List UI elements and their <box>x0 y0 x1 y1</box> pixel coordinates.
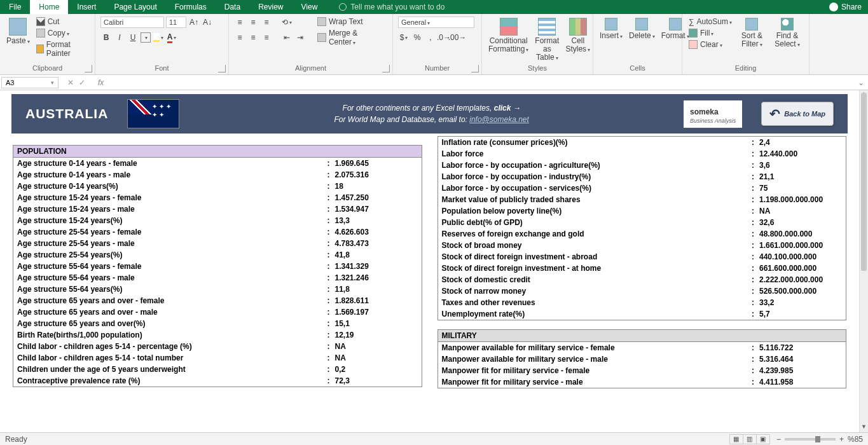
row-label: Age structure 15-24 years - male <box>17 205 327 214</box>
row-label: Labor force <box>442 149 752 158</box>
name-box[interactable]: A3 <box>1 77 59 88</box>
align-center-button[interactable]: ≡ <box>247 32 259 43</box>
dialog-launcher-icon[interactable] <box>382 65 390 72</box>
dialog-launcher-icon[interactable] <box>471 65 479 72</box>
data-row: Manpower available for military service … <box>438 342 846 353</box>
orientation-button[interactable]: ⟲ <box>281 17 293 28</box>
row-value: 15,1 <box>335 319 418 328</box>
cellstyles-icon <box>569 18 587 36</box>
clear-button[interactable]: Clear <box>687 39 733 50</box>
expand-formula-icon[interactable]: ⌄ <box>854 78 868 87</box>
row-value: 75 <box>759 184 842 193</box>
group-label: Number <box>398 64 476 73</box>
row-label: Age structure 55-64 years - female <box>17 262 327 271</box>
vertical-scrollbar[interactable]: ▲ ▼ <box>859 90 868 432</box>
conditional-formatting-button[interactable]: Conditional Formatting <box>487 17 530 55</box>
row-label: Manpower fit for military service - fema… <box>442 366 752 375</box>
row-label: Labor force - by occupation - services(%… <box>442 184 752 193</box>
data-row: Contraceptive prevalence rate (%):72,3 <box>13 375 422 387</box>
comma-button[interactable]: , <box>425 32 436 43</box>
italic-button[interactable]: I <box>114 32 125 43</box>
border-button[interactable] <box>141 32 151 43</box>
tell-me[interactable]: Tell me what you want to do <box>339 3 444 11</box>
scroll-down-icon[interactable]: ▼ <box>860 423 868 432</box>
fill-color-button[interactable] <box>153 32 164 43</box>
formula-input[interactable] <box>109 81 854 84</box>
tab-review[interactable]: Review <box>249 0 292 14</box>
cut-button[interactable]: Cut <box>35 17 90 27</box>
paste-button[interactable]: Paste <box>5 17 31 46</box>
underline-button[interactable]: U <box>127 32 139 43</box>
font-color-button[interactable]: A <box>166 32 177 43</box>
align-right-button[interactable]: ≡ <box>261 32 272 43</box>
align-middle-button[interactable]: ≡ <box>247 17 259 28</box>
decrease-indent-button[interactable]: ⇤ <box>281 32 293 43</box>
data-row: Age structure 55-64 years - female:1.341… <box>13 261 422 272</box>
data-row: Age structure 55-64 years - male:1.321.2… <box>13 272 422 284</box>
format-as-table-button[interactable]: Format as Table <box>534 17 560 64</box>
dialog-launcher-icon[interactable] <box>218 65 226 72</box>
tab-home[interactable]: Home <box>30 0 68 14</box>
data-row: Reserves of foreign exchange and gold:48… <box>438 228 846 240</box>
percent-button[interactable]: % <box>411 32 423 43</box>
scroll-thumb[interactable] <box>861 93 867 271</box>
zoom-level[interactable]: %85 <box>848 435 863 444</box>
email-link[interactable]: info@someka.net <box>469 115 529 124</box>
tab-insert[interactable]: Insert <box>68 0 105 14</box>
zoom-in-button[interactable]: + <box>839 435 844 444</box>
group-label: Styles <box>487 64 588 73</box>
share-button[interactable]: Share <box>829 3 862 11</box>
find-select-button[interactable]: Find & Select <box>771 17 804 50</box>
cell-styles-button[interactable]: Cell Styles <box>564 17 591 55</box>
view-pagebreak-button[interactable]: ▣ <box>756 434 770 444</box>
dialog-launcher-icon[interactable] <box>85 65 92 72</box>
zoom-out-button[interactable]: − <box>776 435 781 444</box>
data-row: Stock of domestic credit:2.222.000.000.0… <box>438 274 846 285</box>
insert-cells-button[interactable]: Insert <box>598 17 624 41</box>
cancel-formula-button[interactable]: ✕ <box>67 78 74 87</box>
row-value: 1.457.250 <box>335 193 418 202</box>
autosum-button[interactable]: ∑AutoSum <box>687 17 733 27</box>
view-layout-button[interactable]: ▥ <box>743 434 757 444</box>
worksheet[interactable]: AUSTRALIA For other continents or any Ex… <box>0 90 868 432</box>
data-row: Child labor - children ages 5-14 - perce… <box>13 341 422 352</box>
delete-cells-button[interactable]: Delete <box>628 17 656 41</box>
align-bottom-button[interactable]: ≡ <box>261 17 272 28</box>
font-size-select[interactable]: 11 <box>166 17 186 28</box>
format-icon <box>669 18 682 31</box>
group-font: Calibri 11 A↑ A↓ B I U A Font <box>95 14 229 74</box>
tab-data[interactable]: Data <box>216 0 249 14</box>
fx-icon[interactable]: fx <box>93 78 109 87</box>
decrease-decimal-button[interactable]: .00→ <box>451 32 463 43</box>
data-row: Age structure 25-54 years - male:4.783.4… <box>13 238 422 249</box>
view-normal-button[interactable]: ▦ <box>729 434 743 444</box>
decrease-font-button[interactable]: A↓ <box>202 17 213 28</box>
data-row: Population below poverty line(%):NA <box>438 205 846 217</box>
tab-formulas[interactable]: Formulas <box>166 0 216 14</box>
sort-filter-button[interactable]: Sort & Filter <box>737 17 767 50</box>
bold-button[interactable]: B <box>100 32 112 43</box>
accounting-format-button[interactable]: $ <box>398 32 410 43</box>
paste-icon <box>9 18 27 36</box>
accept-formula-button[interactable]: ✓ <box>79 78 85 87</box>
copy-button[interactable]: Copy <box>35 28 90 38</box>
number-format-select[interactable]: General <box>398 17 474 28</box>
align-top-button[interactable]: ≡ <box>234 17 245 28</box>
tab-file[interactable]: File <box>0 0 30 14</box>
tab-page-layout[interactable]: Page Layout <box>105 0 165 14</box>
wrap-text-button[interactable]: Wrap Text <box>316 17 387 27</box>
row-label: Manpower fit for military service - male <box>442 378 752 387</box>
format-painter-button[interactable]: Format Painter <box>35 39 90 58</box>
align-left-button[interactable]: ≡ <box>234 32 245 43</box>
merge-center-button[interactable]: Merge & Center <box>316 28 387 47</box>
increase-indent-button[interactable]: ⇥ <box>294 32 306 43</box>
back-to-map-button[interactable]: Back to Map <box>761 102 834 126</box>
data-row: Public debt(% of GPD):32,6 <box>438 217 846 228</box>
tab-view[interactable]: View <box>293 0 327 14</box>
font-name-select[interactable]: Calibri <box>100 17 164 28</box>
row-value: 72,3 <box>335 376 418 385</box>
fill-button[interactable]: Fill <box>687 28 733 38</box>
increase-font-button[interactable]: A↑ <box>188 17 200 28</box>
row-value: 5.116.722 <box>759 343 842 352</box>
zoom-slider[interactable] <box>785 438 836 441</box>
